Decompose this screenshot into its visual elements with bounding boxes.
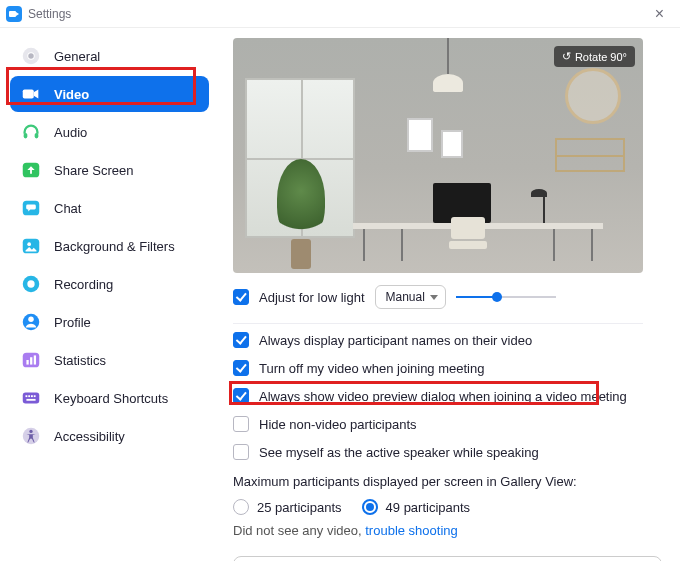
settings-content: ↺ Rotate 90° Adjust for low light Manual…	[215, 28, 680, 561]
sidebar-item-label: Background & Filters	[54, 239, 175, 254]
sidebar-item-audio[interactable]: Audio	[10, 114, 209, 150]
titlebar: Settings ×	[0, 0, 680, 28]
sidebar-item-video[interactable]: Video	[10, 76, 209, 112]
svg-rect-20	[28, 395, 30, 397]
chat-icon	[20, 197, 42, 219]
divider	[233, 323, 643, 324]
rotate-90-button[interactable]: ↺ Rotate 90°	[554, 46, 635, 67]
troubleshooting-link[interactable]: trouble shooting	[365, 523, 458, 538]
sidebar-item-share-screen[interactable]: Share Screen	[10, 152, 209, 188]
svg-rect-23	[26, 399, 35, 401]
video-icon	[20, 83, 42, 105]
keyboard-icon	[20, 387, 42, 409]
sidebar-item-label: General	[54, 49, 100, 64]
sidebar-item-profile[interactable]: Profile	[10, 304, 209, 340]
gallery-49-radio[interactable]	[362, 499, 378, 515]
no-video-help-text: Did not see any video,	[233, 523, 365, 538]
svg-rect-17	[34, 355, 36, 364]
sidebar-item-statistics[interactable]: Statistics	[10, 342, 209, 378]
sidebar-item-chat[interactable]: Chat	[10, 190, 209, 226]
svg-rect-4	[24, 133, 28, 139]
low-light-slider[interactable]	[456, 290, 556, 304]
close-button[interactable]: ×	[649, 3, 670, 25]
statistics-icon	[20, 349, 42, 371]
sidebar-item-label: Audio	[54, 125, 87, 140]
rotate-icon: ↺	[562, 50, 571, 63]
hide-nonvideo-checkbox[interactable]	[233, 416, 249, 432]
settings-sidebar: General Video Audio Share Screen Chat Ba	[0, 28, 215, 561]
adjust-low-light-label: Adjust for low light	[259, 290, 365, 305]
svg-rect-5	[35, 133, 39, 139]
zoom-app-icon	[6, 6, 22, 22]
sidebar-item-label: Recording	[54, 277, 113, 292]
rotate-label: Rotate 90°	[575, 51, 627, 63]
low-light-mode-select[interactable]: Manual	[375, 285, 446, 309]
gallery-25-label: 25 participants	[257, 500, 342, 515]
svg-rect-16	[30, 357, 32, 364]
sidebar-item-general[interactable]: General	[10, 38, 209, 74]
turn-off-video-checkbox[interactable]	[233, 360, 249, 376]
adjust-low-light-checkbox[interactable]	[233, 289, 249, 305]
hide-nonvideo-label: Hide non-video participants	[259, 417, 417, 432]
background-filters-icon	[20, 235, 42, 257]
gallery-view-label: Maximum participants displayed per scree…	[233, 474, 662, 489]
sidebar-item-label: Statistics	[54, 353, 106, 368]
video-preview: ↺ Rotate 90°	[233, 38, 643, 273]
advanced-button[interactable]: Advanced	[233, 556, 662, 561]
svg-rect-3	[23, 89, 34, 98]
sidebar-item-accessibility[interactable]: Accessibility	[10, 418, 209, 454]
svg-point-11	[27, 280, 34, 287]
svg-point-2	[28, 53, 34, 59]
turn-off-video-label: Turn off my video when joining meeting	[259, 361, 484, 376]
recording-icon	[20, 273, 42, 295]
sidebar-item-label: Chat	[54, 201, 81, 216]
gallery-25-radio[interactable]	[233, 499, 249, 515]
sidebar-item-label: Share Screen	[54, 163, 134, 178]
sidebar-item-keyboard-shortcuts[interactable]: Keyboard Shortcuts	[10, 380, 209, 416]
show-preview-dialog-label: Always show video preview dialog when jo…	[259, 389, 627, 404]
sidebar-item-label: Profile	[54, 315, 91, 330]
display-names-checkbox[interactable]	[233, 332, 249, 348]
headphones-icon	[20, 121, 42, 143]
sidebar-item-recording[interactable]: Recording	[10, 266, 209, 302]
profile-icon	[20, 311, 42, 333]
svg-point-25	[29, 430, 32, 433]
accessibility-icon	[20, 425, 42, 447]
svg-point-9	[27, 242, 31, 246]
see-self-active-label: See myself as the active speaker while s…	[259, 445, 539, 460]
svg-rect-22	[34, 395, 36, 397]
share-screen-icon	[20, 159, 42, 181]
sidebar-item-label: Video	[54, 87, 89, 102]
sidebar-item-background-filters[interactable]: Background & Filters	[10, 228, 209, 264]
sidebar-item-label: Keyboard Shortcuts	[54, 391, 168, 406]
sidebar-item-label: Accessibility	[54, 429, 125, 444]
show-preview-dialog-checkbox[interactable]	[233, 388, 249, 404]
gear-icon	[20, 45, 42, 67]
svg-point-13	[28, 317, 34, 323]
svg-rect-15	[26, 360, 28, 365]
window-title: Settings	[28, 7, 71, 21]
svg-rect-18	[23, 393, 40, 404]
svg-rect-21	[31, 395, 33, 397]
gallery-49-label: 49 participants	[386, 500, 471, 515]
see-self-active-checkbox[interactable]	[233, 444, 249, 460]
svg-rect-19	[26, 395, 28, 397]
display-names-label: Always display participant names on thei…	[259, 333, 532, 348]
